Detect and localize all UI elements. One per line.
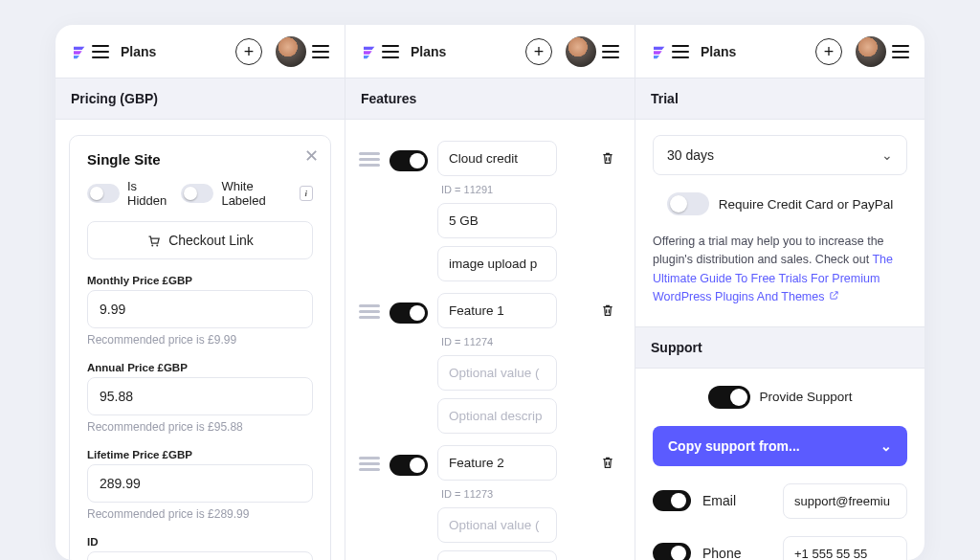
email-toggle[interactable] bbox=[653, 490, 691, 511]
avatar[interactable] bbox=[276, 36, 306, 67]
trial-duration-value: 30 days bbox=[667, 147, 714, 163]
close-icon[interactable]: ✕ bbox=[304, 146, 319, 167]
drag-handle-icon[interactable] bbox=[359, 152, 380, 167]
email-input[interactable] bbox=[783, 483, 907, 519]
svg-point-1 bbox=[156, 244, 158, 246]
lifetime-price-input[interactable] bbox=[87, 464, 313, 503]
is-hidden-toggle[interactable] bbox=[87, 184, 120, 203]
user-menu-icon[interactable] bbox=[312, 45, 329, 58]
feature-value-input[interactable] bbox=[437, 355, 557, 391]
feature-row: ID = 11273 bbox=[359, 445, 621, 560]
delete-feature-button[interactable] bbox=[600, 302, 621, 322]
lifetime-label: Lifetime Price £GBP bbox=[87, 449, 313, 460]
trial-support-column: Plans + Trial 30 days ⌄ Require Credit C… bbox=[635, 25, 924, 560]
chevron-down-icon: ⌄ bbox=[881, 147, 893, 163]
user-menu-icon[interactable] bbox=[602, 45, 619, 58]
copy-support-label: Copy support from... bbox=[668, 438, 800, 454]
plan-id-input[interactable] bbox=[87, 551, 313, 560]
is-hidden-label: Is Hidden bbox=[127, 179, 173, 208]
trial-header: Trial bbox=[635, 78, 924, 120]
svg-point-0 bbox=[151, 244, 153, 246]
menu-icon[interactable] bbox=[382, 45, 399, 58]
checkout-link-button[interactable]: Checkout Link bbox=[87, 221, 313, 259]
plan-title: Single Site bbox=[87, 151, 313, 168]
topbar: Plans + bbox=[635, 25, 924, 78]
id-label: ID bbox=[87, 536, 313, 548]
provide-support-label: Provide Support bbox=[760, 390, 853, 404]
topbar: Plans + bbox=[345, 25, 635, 78]
feature-desc-input[interactable] bbox=[437, 550, 557, 560]
external-link-icon bbox=[829, 288, 839, 306]
feature-row: ID = 11291 bbox=[359, 141, 621, 281]
drag-handle-icon[interactable] bbox=[359, 304, 380, 319]
features-header: Features bbox=[345, 78, 635, 120]
monthly-label: Monthly Price £GBP bbox=[87, 275, 313, 286]
phone-input[interactable] bbox=[783, 536, 907, 561]
info-icon[interactable]: i bbox=[300, 186, 313, 201]
annual-price-input[interactable] bbox=[87, 377, 313, 415]
pricing-header: Pricing (GBP) bbox=[56, 78, 345, 120]
feature-value-input[interactable] bbox=[437, 507, 557, 543]
page-title: Plans bbox=[411, 44, 446, 59]
topbar: Plans + bbox=[56, 25, 345, 78]
freemius-logo-icon bbox=[361, 43, 378, 60]
feature-row: ID = 11274 bbox=[359, 293, 621, 434]
support-header: Support bbox=[635, 326, 924, 369]
require-cc-toggle[interactable] bbox=[667, 192, 709, 215]
menu-icon[interactable] bbox=[92, 45, 109, 58]
feature-toggle[interactable] bbox=[390, 302, 428, 324]
feature-value-input[interactable] bbox=[437, 203, 557, 238]
phone-toggle[interactable] bbox=[653, 543, 691, 560]
add-plan-button[interactable]: + bbox=[815, 38, 842, 65]
feature-id: ID = 11274 bbox=[437, 336, 590, 347]
white-labeled-label: White Labeled bbox=[221, 179, 291, 208]
user-menu-icon[interactable] bbox=[892, 45, 909, 58]
email-label: Email bbox=[702, 493, 771, 508]
monthly-price-input[interactable] bbox=[87, 290, 313, 328]
feature-name-input[interactable] bbox=[437, 293, 557, 328]
feature-toggle[interactable] bbox=[390, 455, 428, 476]
annual-hint: Recommended price is £95.88 bbox=[87, 420, 313, 434]
menu-icon[interactable] bbox=[672, 45, 689, 58]
page-title: Plans bbox=[121, 44, 156, 59]
drag-handle-icon[interactable] bbox=[359, 457, 380, 471]
add-plan-button[interactable]: + bbox=[235, 38, 262, 65]
cart-icon bbox=[146, 234, 161, 248]
features-column: Plans + Features ID = 11291 bbox=[345, 25, 635, 560]
feature-name-input[interactable] bbox=[437, 445, 557, 481]
freemius-logo-icon bbox=[651, 43, 668, 60]
feature-id: ID = 11273 bbox=[437, 488, 590, 500]
avatar[interactable] bbox=[566, 36, 596, 67]
freemius-logo-icon bbox=[71, 43, 88, 60]
feature-desc-input[interactable] bbox=[437, 398, 557, 434]
phone-label: Phone bbox=[702, 546, 771, 560]
checkout-link-label: Checkout Link bbox=[168, 233, 254, 248]
feature-name-input[interactable] bbox=[437, 141, 557, 176]
feature-toggle[interactable] bbox=[390, 150, 428, 171]
monthly-hint: Recommended price is £9.99 bbox=[87, 333, 313, 347]
trial-hint-text: Offering a trial may help you to increas… bbox=[653, 235, 884, 266]
page-title: Plans bbox=[701, 44, 736, 59]
plan-card: ✕ Single Site Is Hidden White Labeled i … bbox=[69, 135, 331, 560]
feature-id: ID = 11291 bbox=[437, 184, 590, 195]
require-cc-label: Require Credit Card or PayPal bbox=[719, 197, 893, 212]
pricing-column: Plans + Pricing (GBP) ✕ Single Site Is H… bbox=[56, 25, 345, 560]
provide-support-toggle[interactable] bbox=[708, 386, 750, 409]
chevron-down-icon: ⌄ bbox=[880, 438, 892, 454]
trial-duration-select[interactable]: 30 days ⌄ bbox=[653, 135, 907, 175]
annual-label: Annual Price £GBP bbox=[87, 362, 313, 373]
trial-hint: Offering a trial may help you to increas… bbox=[653, 233, 907, 307]
white-labeled-toggle[interactable] bbox=[181, 184, 213, 203]
delete-feature-button[interactable] bbox=[600, 455, 621, 474]
delete-feature-button[interactable] bbox=[600, 150, 621, 169]
avatar[interactable] bbox=[856, 36, 886, 67]
lifetime-hint: Recommended price is £289.99 bbox=[87, 507, 313, 521]
add-plan-button[interactable]: + bbox=[525, 38, 552, 65]
copy-support-button[interactable]: Copy support from... ⌄ bbox=[653, 426, 907, 466]
feature-desc-input[interactable] bbox=[437, 246, 557, 281]
